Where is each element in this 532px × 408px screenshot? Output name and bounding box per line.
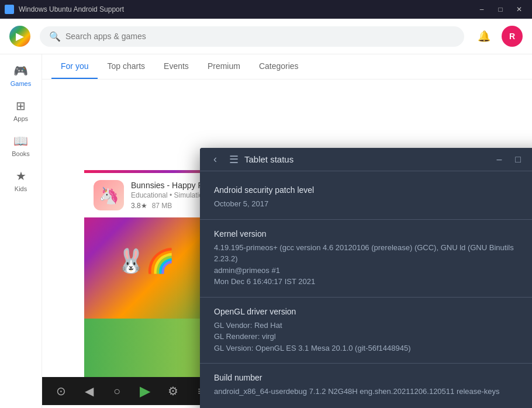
info-row-security: Android security patch level October 5, … <box>200 176 532 220</box>
sidebar-item-apps[interactable]: ⊞ Apps <box>0 94 42 127</box>
books-icon: 📖 <box>13 134 28 148</box>
taskbar-home-icon: ○ <box>113 385 120 398</box>
app-icon <box>5 5 14 14</box>
apps-icon: ⊞ <box>16 99 26 113</box>
tab-for-you[interactable]: For you <box>51 54 98 79</box>
sidebar-item-books[interactable]: 📖 Books <box>0 129 42 162</box>
sidebar-item-kids[interactable]: ★ Kids <box>0 164 42 197</box>
info-row-opengl: OpenGL driver version GL Vendor: Red Hat… <box>200 298 532 364</box>
modal-maximize-button[interactable]: □ <box>511 153 525 167</box>
window-controls: – □ ✕ <box>474 4 527 15</box>
info-value-security: October 5, 2017 <box>214 198 532 210</box>
modal-close-button[interactable]: ✕ <box>530 153 532 167</box>
top-bar-actions: 🔔 R <box>474 26 523 47</box>
app-icon: 🦄 <box>94 180 124 210</box>
taskbar-home[interactable]: ○ <box>108 382 126 400</box>
modal-title: Tablet status <box>244 154 293 164</box>
search-icon: 🔍 <box>49 31 61 42</box>
info-value-kernel: 4.19.195-primeos+ (gcc version 4.6 20120… <box>214 242 532 288</box>
nav-tabs: For you Top charts Events Premium Catego… <box>42 54 532 79</box>
info-row-build: Build number android_x86_64-userdebug 7.… <box>200 364 532 407</box>
modal-controls: – □ ✕ <box>492 153 532 167</box>
taskbar-settings[interactable]: ⊙ <box>51 382 70 400</box>
play-store-logo: ▶ <box>9 26 30 47</box>
taskbar-gear[interactable]: ⚙ <box>164 382 182 400</box>
notifications-button[interactable]: 🔔 <box>474 26 495 47</box>
tab-categories[interactable]: Categories <box>250 54 308 79</box>
sidebar-label-kids: Kids <box>15 185 27 192</box>
modal-minimize-button[interactable]: – <box>492 153 506 167</box>
info-label-security: Android security patch level <box>214 185 532 195</box>
modal-titlebar: ‹ ☰ Tablet status – □ ✕ <box>200 148 532 171</box>
games-icon: 🎮 <box>13 64 28 78</box>
info-label-build: Build number <box>214 373 532 382</box>
taskbar-gear-icon: ⚙ <box>168 384 178 398</box>
search-input[interactable] <box>65 32 455 41</box>
app-size: 87 MB <box>152 202 172 210</box>
search-bar[interactable]: 🔍 <box>40 26 464 47</box>
sidebar-label-apps: Apps <box>13 115 28 122</box>
taskbar-back-icon: ◀ <box>85 384 94 398</box>
sidebar-item-games[interactable]: 🎮 Games <box>0 59 42 92</box>
maximize-button[interactable]: □ <box>492 4 509 15</box>
tab-premium[interactable]: Premium <box>198 54 250 79</box>
info-value-build: android_x86_64-userdebug 7.1.2 N2G48H en… <box>214 386 532 397</box>
minimize-button[interactable]: – <box>474 4 490 15</box>
sidebar-label-books: Books <box>12 150 30 157</box>
app-container: ▶ 🔍 🔔 R 🎮 Games ⊞ Apps 📖 Books <box>0 19 532 408</box>
main-content: For you Top charts Events Premium Catego… <box>42 54 532 408</box>
top-bar: ▶ 🔍 🔔 R <box>0 19 532 54</box>
info-label-kernel: Kernel version <box>214 229 532 238</box>
close-button[interactable]: ✕ <box>511 4 527 15</box>
sidebar-label-games: Games <box>11 80 31 87</box>
kids-icon: ★ <box>16 169 26 183</box>
modal-content: Android security patch level October 5, … <box>200 171 532 408</box>
tab-top-charts[interactable]: Top charts <box>98 54 154 79</box>
app-rating: 3.8★ <box>131 202 147 210</box>
title-bar: Windows Ubuntu Android Support – □ ✕ <box>0 0 532 19</box>
modal-menu-icon[interactable]: ☰ <box>229 153 239 166</box>
tablet-status-modal: ‹ ☰ Tablet status – □ ✕ Androi <box>200 148 532 408</box>
taskbar-play[interactable]: ▶ <box>136 382 154 400</box>
info-row-kernel: Kernel version 4.19.195-primeos+ (gcc ve… <box>200 220 532 298</box>
info-value-opengl: GL Vendor: Red Hat GL Renderer: virgl GL… <box>214 320 532 354</box>
taskbar-back[interactable]: ◀ <box>80 382 98 400</box>
info-label-opengl: OpenGL driver version <box>214 307 532 316</box>
modal-back-button[interactable]: ‹ <box>207 151 223 168</box>
taskbar-play-icon: ▶ <box>140 383 150 399</box>
taskbar-settings-icon: ⊙ <box>56 384 66 398</box>
avatar[interactable]: R <box>502 26 523 47</box>
tab-events[interactable]: Events <box>154 54 198 79</box>
window-title: Windows Ubuntu Android Support <box>19 5 124 13</box>
sidebar: 🎮 Games ⊞ Apps 📖 Books ★ Kids <box>0 54 42 408</box>
content-area: 🎮 Games ⊞ Apps 📖 Books ★ Kids For you <box>0 54 532 408</box>
